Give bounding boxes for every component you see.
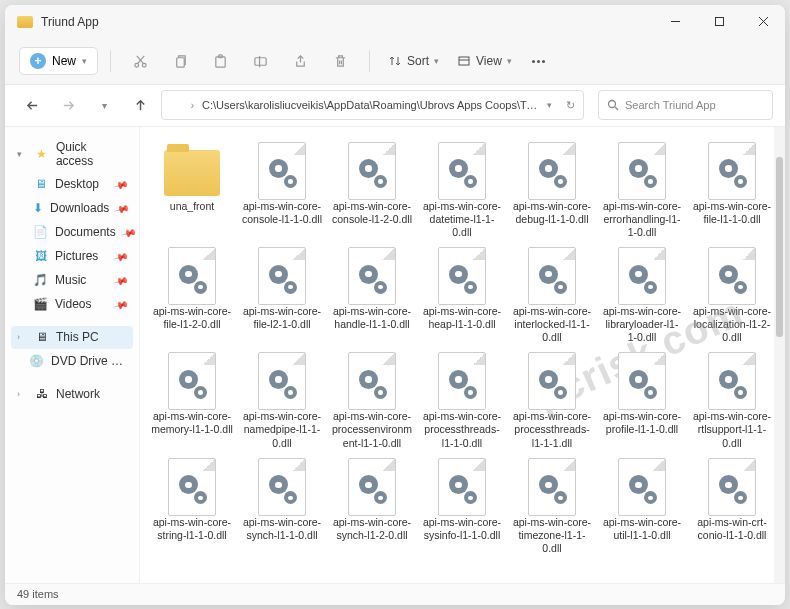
- file-item[interactable]: api-ms-win-core-synch-l1-1-0.dll: [238, 455, 326, 558]
- rename-button[interactable]: [243, 46, 277, 76]
- sidebar-icon: 🎵: [33, 273, 48, 288]
- file-label: api-ms-win-core-file-l2-1-0.dll: [241, 305, 323, 331]
- sidebar-item-desktop[interactable]: 🖥Desktop📌: [11, 173, 133, 196]
- file-item[interactable]: api-ms-win-crt-conio-l1-1-0.dll: [688, 455, 774, 558]
- paste-button[interactable]: [203, 46, 237, 76]
- sidebar-icon: 📄: [33, 225, 48, 240]
- search-icon: [607, 99, 619, 111]
- file-label: api-ms-win-core-heap-l1-1-0.dll: [421, 305, 503, 331]
- pin-icon: 📌: [121, 224, 137, 240]
- file-item[interactable]: api-ms-win-core-libraryloader-l1-1-0.dll: [598, 244, 686, 347]
- file-item[interactable]: api-ms-win-core-memory-l1-1-0.dll: [148, 349, 236, 452]
- file-item[interactable]: api-ms-win-core-profile-l1-1-0.dll: [598, 349, 686, 452]
- file-item[interactable]: api-ms-win-core-util-l1-1-0.dll: [598, 455, 686, 558]
- folder-item[interactable]: una_front: [148, 139, 236, 242]
- scrollbar[interactable]: [774, 127, 785, 583]
- sidebar-item-downloads[interactable]: ⬇Downloads📌: [11, 197, 133, 220]
- sidebar-item-music[interactable]: 🎵Music📌: [11, 269, 133, 292]
- dll-icon: [168, 247, 216, 305]
- file-item[interactable]: api-ms-win-core-debug-l1-1-0.dll: [508, 139, 596, 242]
- maximize-button[interactable]: [697, 5, 741, 39]
- dll-icon: [708, 247, 756, 305]
- svg-rect-1: [715, 18, 723, 26]
- forward-button[interactable]: [53, 90, 83, 120]
- sidebar: ▾ ★ Quick access 🖥Desktop📌⬇Downloads📌📄Do…: [5, 127, 140, 583]
- dll-icon: [708, 142, 756, 200]
- sidebar-network[interactable]: › 🖧 Network: [11, 383, 133, 406]
- file-item[interactable]: api-ms-win-core-localization-l1-2-0.dll: [688, 244, 774, 347]
- svg-point-4: [134, 63, 138, 67]
- dll-icon: [438, 458, 486, 516]
- address-bar[interactable]: › C:\Users\karolisliucveikis\AppData\Roa…: [161, 90, 584, 120]
- file-item[interactable]: api-ms-win-core-errorhandling-l1-1-0.dll: [598, 139, 686, 242]
- new-button[interactable]: + New ▾: [19, 47, 98, 75]
- file-item[interactable]: api-ms-win-core-handle-l1-1-0.dll: [328, 244, 416, 347]
- titlebar[interactable]: Triund App: [5, 5, 785, 39]
- view-button[interactable]: View▾: [451, 54, 518, 68]
- copy-button[interactable]: [163, 46, 197, 76]
- network-icon: 🖧: [34, 387, 49, 402]
- file-item[interactable]: api-ms-win-core-file-l2-1-0.dll: [238, 244, 326, 347]
- disc-icon: 💿: [29, 354, 44, 369]
- file-item[interactable]: api-ms-win-core-file-l1-1-0.dll: [688, 139, 774, 242]
- sidebar-item-videos[interactable]: 🎬Videos📌: [11, 293, 133, 316]
- pc-icon: 🖥: [34, 330, 49, 345]
- file-label: api-ms-win-core-memory-l1-1-0.dll: [151, 410, 233, 436]
- dll-icon: [348, 247, 396, 305]
- file-item[interactable]: api-ms-win-core-console-l1-1-0.dll: [238, 139, 326, 242]
- folder-icon: [17, 16, 33, 28]
- star-icon: ★: [34, 146, 49, 161]
- pin-icon: 📌: [113, 296, 129, 312]
- search-input[interactable]: Search Triund App: [598, 90, 773, 120]
- svg-line-7: [136, 55, 143, 63]
- dll-icon: [348, 352, 396, 410]
- file-item[interactable]: api-ms-win-core-file-l1-2-0.dll: [148, 244, 236, 347]
- chevron-right-icon: ›: [17, 332, 27, 342]
- sidebar-item-documents[interactable]: 📄Documents📌: [11, 221, 133, 244]
- up-button[interactable]: [125, 90, 155, 120]
- close-button[interactable]: [741, 5, 785, 39]
- delete-button[interactable]: [323, 46, 357, 76]
- dll-icon: [348, 142, 396, 200]
- files-pane[interactable]: pcrisk.com una_frontapi-ms-win-core-cons…: [140, 127, 774, 583]
- file-item[interactable]: api-ms-win-core-interlocked-l1-1-0.dll: [508, 244, 596, 347]
- scrollbar-thumb[interactable]: [776, 157, 783, 337]
- file-label: api-ms-win-core-rtlsupport-l1-1-0.dll: [691, 410, 773, 449]
- file-item[interactable]: api-ms-win-core-processthreads-l1-1-1.dl…: [508, 349, 596, 452]
- sort-button[interactable]: Sort▾: [382, 54, 445, 68]
- file-label: api-ms-win-core-processenvironment-l1-1-…: [331, 410, 413, 449]
- sidebar-quick-access[interactable]: ▾ ★ Quick access: [11, 136, 133, 172]
- file-item[interactable]: api-ms-win-core-sysinfo-l1-1-0.dll: [418, 455, 506, 558]
- cut-button[interactable]: [123, 46, 157, 76]
- dll-icon: [258, 352, 306, 410]
- file-item[interactable]: api-ms-win-core-rtlsupport-l1-1-0.dll: [688, 349, 774, 452]
- search-placeholder: Search Triund App: [625, 99, 716, 111]
- dll-icon: [618, 247, 666, 305]
- svg-rect-11: [254, 57, 265, 65]
- file-item[interactable]: api-ms-win-core-processenvironment-l1-1-…: [328, 349, 416, 452]
- sidebar-dvd[interactable]: 💿 DVD Drive (D:) CCCC: [11, 350, 133, 373]
- dll-icon: [708, 458, 756, 516]
- recent-button[interactable]: ▾: [89, 90, 119, 120]
- file-item[interactable]: api-ms-win-core-heap-l1-1-0.dll: [418, 244, 506, 347]
- dll-icon: [528, 458, 576, 516]
- file-item[interactable]: api-ms-win-core-namedpipe-l1-1-0.dll: [238, 349, 326, 452]
- plus-icon: +: [30, 53, 46, 69]
- back-button[interactable]: [17, 90, 47, 120]
- dll-icon: [618, 142, 666, 200]
- file-item[interactable]: api-ms-win-core-synch-l1-2-0.dll: [328, 455, 416, 558]
- file-item[interactable]: api-ms-win-core-datetime-l1-1-0.dll: [418, 139, 506, 242]
- chevron-down-icon[interactable]: ▾: [547, 100, 552, 110]
- sidebar-this-pc[interactable]: › 🖥 This PC: [11, 326, 133, 349]
- file-item[interactable]: api-ms-win-core-string-l1-1-0.dll: [148, 455, 236, 558]
- file-item[interactable]: api-ms-win-core-timezone-l1-1-0.dll: [508, 455, 596, 558]
- share-button[interactable]: [283, 46, 317, 76]
- more-button[interactable]: [532, 60, 545, 63]
- minimize-button[interactable]: [653, 5, 697, 39]
- file-item[interactable]: api-ms-win-core-console-l1-2-0.dll: [328, 139, 416, 242]
- file-label: una_front: [151, 200, 233, 213]
- refresh-button[interactable]: ↻: [566, 99, 575, 112]
- svg-rect-13: [459, 57, 469, 65]
- file-item[interactable]: api-ms-win-core-processthreads-l1-1-0.dl…: [418, 349, 506, 452]
- sidebar-item-pictures[interactable]: 🖼Pictures📌: [11, 245, 133, 268]
